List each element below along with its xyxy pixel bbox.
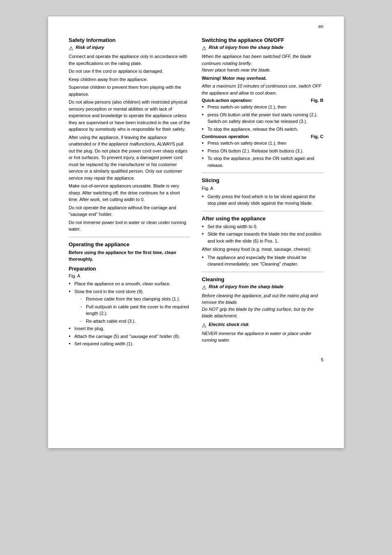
slicing-list: Gently press the food which is to be sli…: [202, 193, 323, 207]
quick-action-list: Press switch-on safety device (1.), then…: [202, 104, 323, 132]
electric-shock-warning: ⚠ Electric shock risk: [202, 322, 323, 328]
safety-para-5: Do not allow persons (also children) wit…: [69, 99, 190, 133]
motor-overheat-heading: Warning! Motor may overheat.: [202, 75, 323, 82]
warning-triangle-icon-2: ⚠: [202, 45, 207, 51]
slicing-heading: Slicing: [202, 177, 323, 183]
quick-action-row: Quick-action operation: Fig. B: [202, 98, 323, 103]
fig-a-label: Fig. A: [69, 273, 190, 280]
cont-item-1: Press switch-on safety device (1.), then: [202, 140, 323, 147]
prep-item-2: Stow the cord in the cord store (9). Rem…: [69, 288, 190, 325]
continuous-label: Continuous operation: [202, 134, 249, 139]
warning-triangle-icon-3: ⚠: [202, 284, 207, 291]
divider-2: [202, 173, 323, 173]
sub-item-2: Pull out/push in cable past the cover to…: [80, 303, 190, 317]
prep-item-4: Attach the carriage (5) and "sausage end…: [69, 333, 190, 340]
sub-item-1: Remove cable from the two clamping slots…: [80, 296, 190, 303]
au-item-1: Set the slicing width to 0.: [202, 223, 323, 230]
continuous-row: Continuous operation Fig. C: [202, 134, 323, 139]
sub-item-3: Re-attach cable end (3.).: [80, 318, 190, 325]
risk-of-injury-warning: ⚠ Risk of injury: [69, 45, 190, 51]
safety-para-4: Supervise children to prevent them from …: [69, 84, 190, 97]
lang-tag: en: [318, 24, 323, 29]
after-using-note-list: The appliance and especially the blade s…: [202, 254, 323, 268]
sub-list: Remove cable from the two clamping slots…: [74, 296, 190, 324]
warning-triangle-icon: ⚠: [69, 45, 74, 51]
cleaning-heading: Cleaning: [202, 276, 323, 282]
preparation-heading: Preparation: [69, 266, 190, 272]
safety-para-3: Keep children away from the appliance.: [69, 76, 190, 83]
before-note: Before using the appliance for the first…: [69, 249, 190, 263]
au-note-item-1: The appliance and especially the blade s…: [202, 254, 323, 268]
qa-item-1: Press switch-on safety device (1.), then: [202, 104, 323, 111]
prep-item-3: Insert the plug.: [69, 325, 190, 332]
safety-para-9: Do not immerse power tool in water or cl…: [69, 219, 190, 233]
slicing-item-1: Gently press the food which is to be sli…: [202, 193, 323, 207]
au-item-2: Slide the carriage towards the blade int…: [202, 231, 323, 244]
after-using-heading: After using the appliance: [202, 215, 323, 222]
divider-4: [202, 272, 323, 272]
page: en Safety Information ⚠ Risk of injury C…: [48, 16, 344, 448]
right-column: Switching the appliance ON/OFF ⚠ Risk of…: [202, 33, 323, 349]
after-using-list: Set the slicing width to 0. Slide the ca…: [202, 223, 323, 245]
qa-item-2: press ON button until the power tool sta…: [202, 111, 323, 125]
risk-sharp-blade-text: When the appliance has been switched OFF…: [202, 53, 323, 74]
safety-para-8: Do not operate the appliance without the…: [69, 204, 190, 218]
safety-para-2: Do not use if the cord or appliance is d…: [69, 68, 190, 75]
risk-sharp-blade-label: Risk of injury from the sharp blade: [209, 45, 284, 50]
two-column-layout: Safety Information ⚠ Risk of injury Conn…: [69, 33, 323, 349]
after-using-note: After slicing greasy food (e.g. meat, sa…: [202, 246, 323, 253]
motor-overheat-text: After a maximum 10 minutes of continuous…: [202, 83, 323, 96]
continuous-list: Press switch-on safety device (1.), then…: [202, 140, 323, 169]
cleaning-risk-label: Risk of injury from the sharp blade: [209, 284, 284, 289]
preparation-list: Place the appliance on a smooth, clean s…: [69, 280, 190, 347]
safety-para-7: Make out-of-service appliances unusable.…: [69, 183, 190, 203]
safety-para-1: Connect and operate the appliance only i…: [69, 53, 190, 67]
cleaning-risk-text: Before cleaning the appliance, pull out …: [202, 292, 323, 319]
switching-heading: Switching the appliance ON/OFF: [202, 37, 323, 43]
electric-shock-text: NEVER immerse the appliance in water or …: [202, 330, 323, 344]
quick-action-label: Quick-action operation:: [202, 98, 252, 103]
divider-3: [202, 211, 323, 211]
cont-item-3: To stop the appliance, press the ON swit…: [202, 155, 323, 169]
cleaning-risk-warning: ⚠ Risk of injury from the sharp blade: [202, 284, 323, 291]
risk-of-injury-label: Risk of injury: [76, 45, 104, 50]
page-number-bottom: 5: [69, 357, 323, 362]
prep-item-5: Set required cutting width (1).: [69, 340, 190, 347]
cont-item-2: Press ON button (2.). Release both butto…: [202, 148, 323, 155]
continuous-fig: Fig. C: [311, 134, 323, 139]
quick-action-fig: Fig. B: [311, 98, 323, 103]
electric-shock-label: Electric shock risk: [209, 322, 249, 327]
operating-heading: Operating the appliance: [69, 241, 190, 247]
safety-heading: Safety Information: [69, 37, 190, 43]
risk-sharp-blade-warning: ⚠ Risk of injury from the sharp blade: [202, 45, 323, 51]
slicing-fig-label: Fig. A: [202, 185, 323, 192]
prep-item-1: Place the appliance on a smooth, clean s…: [69, 280, 190, 287]
divider-1: [69, 237, 190, 237]
safety-para-6: After using the appliance, if leaving th…: [69, 134, 190, 182]
qa-item-3: To stop the appliance, release the ON sw…: [202, 126, 323, 133]
left-column: Safety Information ⚠ Risk of injury Conn…: [69, 33, 190, 349]
warning-triangle-icon-4: ⚠: [202, 322, 207, 328]
